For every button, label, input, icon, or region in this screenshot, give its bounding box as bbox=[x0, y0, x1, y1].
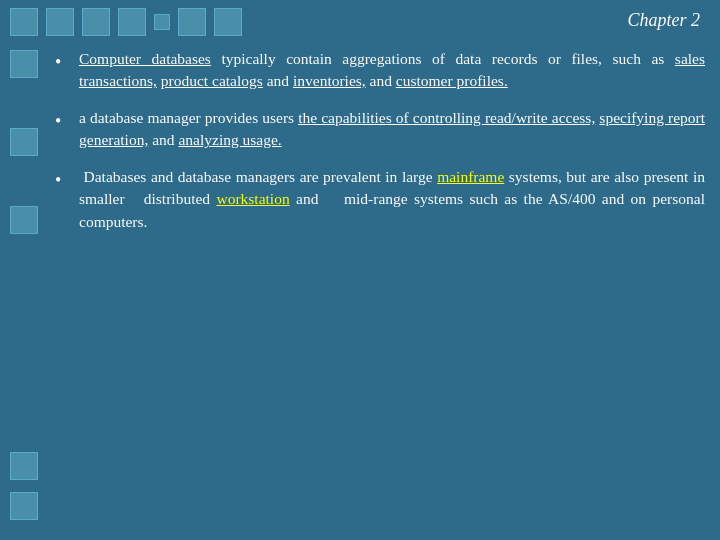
deco-square bbox=[214, 8, 242, 36]
bullet-item-3: • Databases and database managers are pr… bbox=[55, 166, 705, 233]
bullet-item-2: • a database manager provides users the … bbox=[55, 107, 705, 152]
deco-square-left bbox=[10, 206, 38, 234]
content-area: • Computer databases typically contain a… bbox=[55, 48, 705, 525]
deco-square-bottom bbox=[10, 452, 38, 480]
deco-square-left bbox=[10, 50, 38, 78]
term-analyzing-usage: analyzing usage. bbox=[178, 131, 281, 148]
term-product-catalogs: product catalogs bbox=[161, 72, 263, 89]
term-computer-databases: Computer databases bbox=[79, 50, 211, 67]
left-decorative-squares bbox=[10, 50, 38, 234]
term-workstation: workstation bbox=[216, 190, 289, 207]
bullet-text-1: Computer databases typically contain agg… bbox=[79, 48, 705, 93]
deco-square bbox=[178, 8, 206, 36]
deco-square bbox=[10, 8, 38, 36]
bottom-left-decorative-squares bbox=[10, 452, 38, 520]
term-capabilities-controlling: the capabilities of controlling read/wri… bbox=[298, 109, 595, 126]
term-customer-profiles: customer profiles. bbox=[396, 72, 508, 89]
top-decorative-squares bbox=[10, 8, 242, 36]
bullet-point: • bbox=[55, 108, 73, 134]
bullet-text-3: Databases and database managers are prev… bbox=[79, 166, 705, 233]
term-mainframe: mainframe bbox=[437, 168, 504, 185]
deco-square bbox=[118, 8, 146, 36]
bullet-item-1: • Computer databases typically contain a… bbox=[55, 48, 705, 93]
deco-square-bottom bbox=[10, 492, 38, 520]
deco-square-left bbox=[10, 128, 38, 156]
deco-square-small bbox=[154, 14, 170, 30]
deco-square bbox=[82, 8, 110, 36]
bullet-point: • bbox=[55, 167, 73, 193]
bullet-point: • bbox=[55, 49, 73, 75]
chapter-title: Chapter 2 bbox=[627, 10, 700, 31]
bullet-text-2: a database manager provides users the ca… bbox=[79, 107, 705, 152]
deco-square bbox=[46, 8, 74, 36]
term-inventories: inventories, bbox=[293, 72, 366, 89]
